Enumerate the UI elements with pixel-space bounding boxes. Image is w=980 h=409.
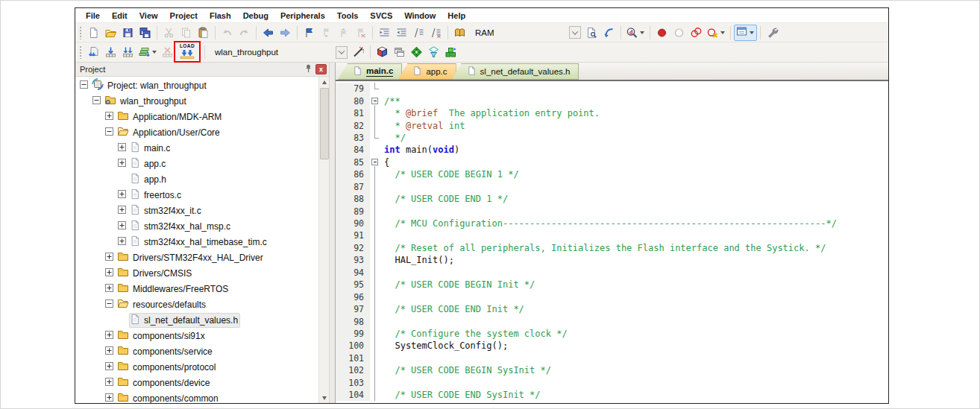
code-line-79[interactable]: 79 bbox=[336, 83, 888, 95]
fold-collapse-icon[interactable] bbox=[371, 159, 378, 165]
code-line-86[interactable]: 86 /* USER CODE BEGIN 1 */ bbox=[336, 168, 888, 180]
pin-panel-button[interactable] bbox=[303, 64, 314, 74]
tree-item-components-common[interactable]: components/common bbox=[75, 390, 318, 403]
collapse-expander-icon[interactable] bbox=[80, 80, 88, 91]
code-line-98[interactable]: 98 bbox=[336, 315, 888, 327]
redo-button[interactable] bbox=[236, 25, 253, 41]
tree-item-app-c[interactable]: app.c bbox=[75, 156, 318, 171]
navigate-back-button[interactable] bbox=[260, 25, 277, 41]
collapse-expander-icon[interactable] bbox=[105, 127, 113, 138]
code-line-82[interactable]: 82 * @retval int bbox=[336, 119, 888, 131]
clear-bookmarks-button[interactable] bbox=[352, 25, 369, 41]
tree-item-sl-net-default-values-h[interactable]: sl_net_default_values.h bbox=[75, 312, 318, 328]
next-bookmark-button[interactable] bbox=[335, 25, 352, 41]
insert-bookmark-button[interactable] bbox=[301, 25, 318, 41]
enable-disable-breakpoint-button[interactable] bbox=[670, 25, 688, 41]
expand-expander-icon[interactable] bbox=[105, 393, 113, 404]
translate-button[interactable] bbox=[85, 44, 102, 60]
start-stop-debug-button[interactable]: d bbox=[624, 25, 647, 41]
tree-item-application-user-core[interactable]: Application/User/Core bbox=[75, 124, 318, 140]
open-file-button[interactable] bbox=[102, 25, 119, 41]
comment-selection-button[interactable] bbox=[410, 25, 427, 41]
code-line-92[interactable]: 92 /* Reset of all peripherals, Initiali… bbox=[336, 242, 888, 254]
tab-app-c[interactable]: app.c bbox=[398, 63, 456, 80]
find-in-files-books-button[interactable] bbox=[451, 25, 468, 41]
expand-expander-icon[interactable] bbox=[118, 190, 126, 200]
code-line-95[interactable]: 95 /* USER CODE BEGIN Init */ bbox=[336, 279, 888, 291]
code-line-89[interactable]: 89 bbox=[336, 205, 888, 217]
tab-main-c[interactable]: main.c bbox=[338, 63, 402, 80]
expand-expander-icon[interactable] bbox=[118, 237, 126, 247]
tree-item-drivers-stm32f4xx-hal-driver[interactable]: Drivers/STM32F4xx_HAL_Driver bbox=[75, 250, 318, 265]
expand-expander-icon[interactable] bbox=[105, 346, 113, 357]
code-line-80[interactable]: 80/** bbox=[336, 95, 888, 107]
new-file-button[interactable] bbox=[85, 25, 102, 41]
code-line-91[interactable]: 91 bbox=[336, 229, 888, 241]
collapse-expander-icon[interactable] bbox=[105, 299, 113, 310]
undo-button[interactable] bbox=[219, 25, 236, 41]
tree-item-stm32f4xx-hal-timebase-tim-c[interactable]: stm32f4xx_hal_timebase_tim.c bbox=[75, 234, 318, 250]
previous-bookmark-button[interactable] bbox=[318, 25, 335, 41]
expand-expander-icon[interactable] bbox=[118, 206, 126, 216]
code-line-99[interactable]: 99 /* Configure the system clock */ bbox=[336, 328, 888, 340]
menu-item-debug[interactable]: Debug bbox=[237, 11, 274, 20]
unindent-button[interactable] bbox=[393, 25, 410, 41]
tree-item-wlan-throughput[interactable]: wlan_throughput bbox=[75, 93, 318, 109]
code-line-93[interactable]: 93 HAL_Init(); bbox=[336, 254, 888, 266]
lookup-document-button[interactable] bbox=[583, 25, 600, 41]
expand-expander-icon[interactable] bbox=[105, 362, 113, 372]
tree-item-main-c[interactable]: main.c bbox=[75, 140, 318, 156]
collapse-expander-icon[interactable] bbox=[92, 96, 101, 107]
tree-item-middlewares-freertos[interactable]: Middlewares/FreeRTOS bbox=[75, 281, 318, 297]
code-line-104[interactable]: 104 /* USER CODE END SysInit */ bbox=[336, 389, 888, 401]
menu-item-svcs[interactable]: SVCS bbox=[364, 11, 398, 20]
search-dropdown-button[interactable] bbox=[569, 26, 581, 39]
code-line-102[interactable]: 102 /* USER CODE BEGIN SysInit */ bbox=[336, 364, 888, 376]
code-line-84[interactable]: 84int main(void) bbox=[336, 144, 888, 156]
tree-item-application-mdk-arm[interactable]: Application/MDK-ARM bbox=[75, 109, 318, 124]
menu-item-window[interactable]: Window bbox=[398, 11, 442, 20]
expand-expander-icon[interactable] bbox=[105, 284, 113, 294]
insert-breakpoint-button[interactable] bbox=[653, 25, 670, 41]
scrollbar-thumb[interactable] bbox=[320, 88, 329, 159]
paste-button[interactable] bbox=[195, 25, 212, 41]
select-software-packs-button[interactable] bbox=[425, 44, 442, 60]
project-tree-scrollbar[interactable] bbox=[318, 77, 329, 403]
expand-expander-icon[interactable] bbox=[105, 253, 113, 263]
expand-expander-icon[interactable] bbox=[105, 378, 113, 388]
code-line-81[interactable]: 81 * @brief The application entry point. bbox=[336, 107, 888, 119]
tree-item-components-si91x[interactable]: components/si91x bbox=[75, 328, 318, 343]
code-line-100[interactable]: 100 SystemClock_Config(); bbox=[336, 340, 888, 352]
expand-expander-icon[interactable] bbox=[105, 331, 113, 341]
expand-expander-icon[interactable] bbox=[118, 221, 126, 232]
uncomment-selection-button[interactable] bbox=[427, 25, 445, 41]
expand-expander-icon[interactable] bbox=[118, 143, 126, 153]
code-line-90[interactable]: 90 /* MCU Configuration-----------------… bbox=[336, 218, 888, 229]
system-viewer-button[interactable] bbox=[734, 25, 757, 41]
menu-item-tools[interactable]: Tools bbox=[331, 11, 365, 20]
options-for-target-button[interactable] bbox=[350, 44, 367, 60]
configure-button[interactable] bbox=[764, 25, 781, 41]
save-button[interactable] bbox=[119, 25, 136, 41]
menu-item-project[interactable]: Project bbox=[164, 11, 204, 20]
menu-item-view[interactable]: View bbox=[134, 11, 164, 20]
pack-installer-button[interactable] bbox=[442, 44, 459, 60]
kill-all-breakpoints-button[interactable] bbox=[705, 25, 727, 41]
menu-item-edit[interactable]: Edit bbox=[106, 11, 134, 20]
code-line-101[interactable]: 101 bbox=[336, 352, 888, 364]
code-line-96[interactable]: 96 bbox=[336, 291, 888, 302]
tab-sl-net-default-values-h[interactable]: sl_net_default_values.h bbox=[452, 63, 579, 80]
tree-item-drivers-cmsis[interactable]: Drivers/CMSIS bbox=[75, 265, 318, 281]
target-select-value[interactable]: wlan_throughput bbox=[210, 45, 336, 60]
disable-all-breakpoints-button[interactable] bbox=[688, 25, 705, 41]
manage-project-items-button[interactable] bbox=[391, 44, 408, 60]
tree-item-stm32f4xx-it-c[interactable]: stm32f4xx_it.c bbox=[75, 203, 318, 218]
tree-item-project-wlan-throughput[interactable]: Project: wlan_throughput bbox=[75, 77, 318, 93]
file-extensions-button[interactable] bbox=[374, 44, 391, 60]
menu-item-peripherals[interactable]: Peripherals bbox=[274, 11, 331, 20]
panel-splitter[interactable] bbox=[330, 63, 335, 403]
scroll-up-button[interactable] bbox=[319, 77, 329, 87]
incremental-find-button[interactable] bbox=[600, 25, 618, 41]
tree-item-components-service[interactable]: components/service bbox=[75, 343, 318, 359]
tree-item-stm32f4xx-hal-msp-c[interactable]: stm32f4xx_hal_msp.c bbox=[75, 218, 318, 234]
